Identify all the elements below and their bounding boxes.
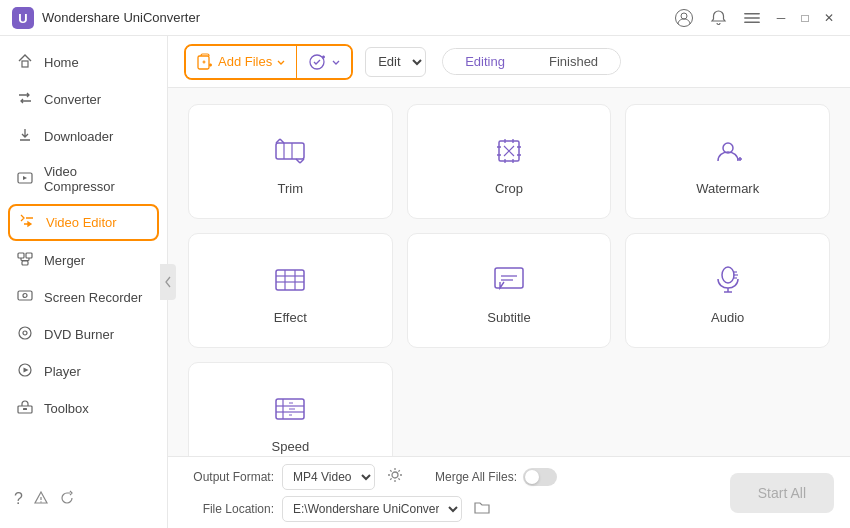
svg-rect-18 bbox=[23, 408, 27, 410]
video-editor-icon bbox=[18, 213, 36, 232]
notification-icon[interactable] bbox=[704, 4, 732, 32]
svg-point-13 bbox=[23, 294, 27, 298]
svg-rect-6 bbox=[744, 21, 760, 23]
audio-label: Audio bbox=[711, 310, 744, 325]
downloader-icon bbox=[16, 127, 34, 146]
browse-folder-icon[interactable] bbox=[470, 497, 494, 521]
toolbar: Add Files Edit Editing bbox=[168, 36, 850, 88]
window-controls: ─ □ ✕ bbox=[670, 4, 838, 32]
close-button[interactable]: ✕ bbox=[820, 9, 838, 27]
content-area: Add Files Edit Editing bbox=[168, 36, 850, 528]
svg-point-54 bbox=[392, 472, 398, 478]
merge-all-files: Merge All Files: bbox=[435, 468, 557, 486]
svg-rect-29 bbox=[276, 143, 304, 159]
toolbox-icon bbox=[16, 399, 34, 418]
sidebar-item-dvd-burner[interactable]: DVD Burner bbox=[0, 316, 167, 353]
svg-rect-5 bbox=[744, 17, 760, 19]
app-logo: U bbox=[12, 7, 34, 29]
crop-icon bbox=[491, 133, 527, 169]
refresh-icon[interactable] bbox=[59, 490, 75, 510]
sidebar-item-converter[interactable]: Converter bbox=[0, 81, 167, 118]
sidebar-item-screen-recorder[interactable]: Screen Recorder bbox=[0, 279, 167, 316]
merge-toggle-switch[interactable] bbox=[523, 468, 557, 486]
sidebar-item-merger[interactable]: Merger bbox=[0, 242, 167, 279]
effect-icon bbox=[272, 262, 308, 298]
output-format-select[interactable]: MP4 Video bbox=[282, 464, 375, 490]
add-files-button[interactable]: Add Files bbox=[186, 46, 297, 78]
output-settings: Output Format: MP4 Video Merge All Files… bbox=[184, 464, 714, 522]
app-title: Wondershare UniConverter bbox=[42, 10, 670, 25]
sidebar-bottom: ? bbox=[0, 480, 167, 520]
trim-label: Trim bbox=[278, 181, 304, 196]
svg-rect-36 bbox=[276, 270, 304, 290]
account-icon[interactable] bbox=[670, 4, 698, 32]
menu-icon[interactable] bbox=[738, 4, 766, 32]
editor-card-crop[interactable]: Crop bbox=[407, 104, 612, 219]
title-bar: U Wondershare UniConverter ─ □ bbox=[0, 0, 850, 36]
screen-recorder-icon bbox=[16, 288, 34, 307]
svg-point-15 bbox=[23, 331, 27, 335]
converter-icon bbox=[16, 90, 34, 109]
alert-icon[interactable] bbox=[33, 490, 49, 510]
start-all-button[interactable]: Start All bbox=[730, 473, 834, 513]
sidebar-item-video-editor[interactable]: Video Editor bbox=[8, 204, 159, 241]
svg-rect-41 bbox=[495, 268, 523, 288]
editor-card-effect[interactable]: Effect bbox=[188, 233, 393, 348]
effect-label: Effect bbox=[274, 310, 307, 325]
editor-grid: Trim Crop bbox=[188, 104, 830, 456]
editor-card-watermark[interactable]: Watermark bbox=[625, 104, 830, 219]
help-icon[interactable]: ? bbox=[14, 490, 23, 510]
svg-text:U: U bbox=[18, 11, 27, 26]
subtitle-label: Subtitle bbox=[487, 310, 530, 325]
watermark-icon bbox=[710, 133, 746, 169]
minimize-button[interactable]: ─ bbox=[772, 9, 790, 27]
svg-rect-10 bbox=[26, 253, 32, 258]
merge-all-label: Merge All Files: bbox=[435, 470, 517, 484]
merger-icon bbox=[16, 251, 34, 270]
editor-grid-area: Trim Crop bbox=[168, 88, 850, 456]
file-location-select[interactable]: E:\Wondershare UniConverter bbox=[282, 496, 462, 522]
sidebar-item-player[interactable]: Player bbox=[0, 353, 167, 390]
edit-dropdown[interactable]: Edit bbox=[365, 47, 426, 77]
main-layout: Home Converter Downloader Video Compress… bbox=[0, 36, 850, 528]
svg-rect-11 bbox=[22, 261, 28, 265]
editor-card-subtitle[interactable]: Subtitle bbox=[407, 233, 612, 348]
subtitle-icon bbox=[491, 262, 527, 298]
sidebar-item-downloader[interactable]: Downloader bbox=[0, 118, 167, 155]
collapse-sidebar-button[interactable] bbox=[160, 264, 176, 300]
tab-group: Editing Finished bbox=[442, 48, 621, 75]
tab-finished[interactable]: Finished bbox=[527, 49, 620, 74]
bottom-bar: Output Format: MP4 Video Merge All Files… bbox=[168, 456, 850, 528]
editor-card-trim[interactable]: Trim bbox=[188, 104, 393, 219]
svg-rect-4 bbox=[744, 13, 760, 15]
sidebar-item-video-compressor[interactable]: Video Compressor bbox=[0, 155, 167, 203]
svg-point-3 bbox=[681, 13, 687, 19]
sidebar-item-toolbox[interactable]: Toolbox bbox=[0, 390, 167, 427]
output-format-row: Output Format: MP4 Video Merge All Files… bbox=[184, 464, 714, 490]
output-settings-icon[interactable] bbox=[383, 465, 407, 489]
tab-editing[interactable]: Editing bbox=[443, 49, 527, 74]
sidebar: Home Converter Downloader Video Compress… bbox=[0, 36, 168, 528]
sidebar-item-home[interactable]: Home bbox=[0, 44, 167, 81]
speed-label: Speed bbox=[272, 439, 310, 454]
svg-point-14 bbox=[19, 327, 31, 339]
crop-label: Crop bbox=[495, 181, 523, 196]
svg-point-26 bbox=[310, 55, 324, 69]
file-location-label: File Location: bbox=[184, 502, 274, 516]
home-icon bbox=[16, 53, 34, 72]
maximize-button[interactable]: □ bbox=[796, 9, 814, 27]
speed-icon bbox=[272, 391, 308, 427]
watermark-label: Watermark bbox=[696, 181, 759, 196]
dvd-burner-icon bbox=[16, 325, 34, 344]
svg-point-20 bbox=[40, 501, 41, 502]
svg-point-44 bbox=[722, 267, 734, 283]
editor-card-speed[interactable]: Speed bbox=[188, 362, 393, 456]
audio-icon bbox=[710, 262, 746, 298]
video-compressor-icon bbox=[16, 170, 34, 189]
add-to-editor-button[interactable] bbox=[297, 46, 351, 78]
file-location-row: File Location: E:\Wondershare UniConvert… bbox=[184, 496, 714, 522]
trim-icon bbox=[272, 133, 308, 169]
editor-card-audio[interactable]: Audio bbox=[625, 233, 830, 348]
svg-rect-9 bbox=[18, 253, 24, 258]
output-format-label: Output Format: bbox=[184, 470, 274, 484]
